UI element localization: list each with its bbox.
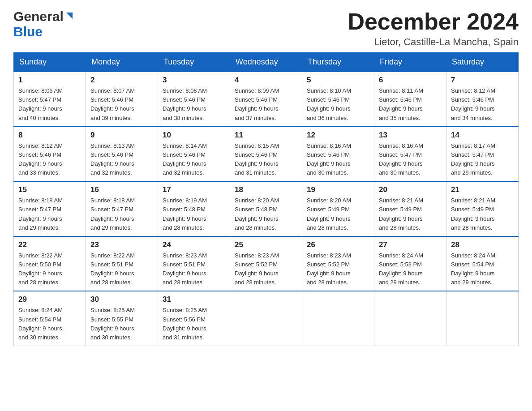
logo-blue-text: Blue bbox=[13, 24, 43, 39]
weekday-header-tuesday: Tuesday bbox=[158, 53, 230, 72]
day-info: Sunrise: 8:12 AMSunset: 5:46 PMDaylight:… bbox=[18, 141, 81, 178]
day-cell-20: 20Sunrise: 8:21 AMSunset: 5:49 PMDayligh… bbox=[374, 181, 446, 236]
day-info: Sunrise: 8:08 AMSunset: 5:46 PMDaylight:… bbox=[163, 86, 225, 123]
day-number: 31 bbox=[163, 295, 225, 304]
empty-cell bbox=[374, 291, 446, 346]
day-info: Sunrise: 8:09 AMSunset: 5:46 PMDaylight:… bbox=[235, 86, 297, 123]
day-number: 3 bbox=[163, 76, 225, 85]
day-info: Sunrise: 8:07 AMSunset: 5:46 PMDaylight:… bbox=[90, 86, 153, 123]
day-number: 4 bbox=[235, 76, 297, 85]
day-info: Sunrise: 8:24 AMSunset: 5:53 PMDaylight:… bbox=[379, 251, 442, 287]
empty-cell bbox=[230, 291, 302, 346]
day-info: Sunrise: 8:18 AMSunset: 5:47 PMDaylight:… bbox=[18, 196, 81, 232]
location-text: Lietor, Castille-La Mancha, Spain bbox=[348, 36, 519, 48]
day-number: 9 bbox=[90, 131, 153, 140]
day-number: 22 bbox=[18, 240, 81, 249]
day-cell-29: 29Sunrise: 8:24 AMSunset: 5:54 PMDayligh… bbox=[14, 291, 86, 346]
day-info: Sunrise: 8:15 AMSunset: 5:46 PMDaylight:… bbox=[235, 141, 297, 178]
day-cell-15: 15Sunrise: 8:18 AMSunset: 5:47 PMDayligh… bbox=[14, 181, 86, 236]
month-title: December 2024 bbox=[348, 9, 519, 34]
day-number: 18 bbox=[235, 185, 297, 194]
day-number: 27 bbox=[379, 240, 442, 249]
day-cell-26: 26Sunrise: 8:23 AMSunset: 5:52 PMDayligh… bbox=[302, 236, 374, 291]
day-number: 10 bbox=[163, 131, 225, 140]
day-number: 25 bbox=[235, 240, 297, 249]
day-number: 24 bbox=[163, 240, 225, 249]
day-info: Sunrise: 8:23 AMSunset: 5:52 PMDaylight:… bbox=[235, 251, 297, 287]
week-row-2: 8Sunrise: 8:12 AMSunset: 5:46 PMDaylight… bbox=[14, 127, 519, 182]
day-number: 17 bbox=[163, 185, 225, 194]
day-cell-7: 7Sunrise: 8:12 AMSunset: 5:46 PMDaylight… bbox=[446, 72, 519, 127]
day-cell-5: 5Sunrise: 8:10 AMSunset: 5:46 PMDaylight… bbox=[302, 72, 374, 127]
day-cell-10: 10Sunrise: 8:14 AMSunset: 5:46 PMDayligh… bbox=[158, 127, 230, 182]
day-info: Sunrise: 8:23 AMSunset: 5:52 PMDaylight:… bbox=[307, 251, 369, 287]
day-cell-13: 13Sunrise: 8:16 AMSunset: 5:47 PMDayligh… bbox=[374, 127, 446, 182]
day-number: 8 bbox=[18, 131, 81, 140]
day-number: 11 bbox=[235, 131, 297, 140]
day-info: Sunrise: 8:21 AMSunset: 5:49 PMDaylight:… bbox=[379, 196, 442, 232]
day-cell-1: 1Sunrise: 8:06 AMSunset: 5:47 PMDaylight… bbox=[14, 72, 86, 127]
day-info: Sunrise: 8:06 AMSunset: 5:47 PMDaylight:… bbox=[18, 86, 81, 123]
day-cell-19: 19Sunrise: 8:20 AMSunset: 5:49 PMDayligh… bbox=[302, 181, 374, 236]
day-number: 6 bbox=[379, 76, 442, 85]
day-number: 13 bbox=[379, 131, 442, 140]
day-info: Sunrise: 8:25 AMSunset: 5:56 PMDaylight:… bbox=[163, 306, 225, 342]
day-info: Sunrise: 8:23 AMSunset: 5:51 PMDaylight:… bbox=[163, 251, 225, 287]
day-cell-12: 12Sunrise: 8:16 AMSunset: 5:46 PMDayligh… bbox=[302, 127, 374, 182]
day-info: Sunrise: 8:12 AMSunset: 5:46 PMDaylight:… bbox=[451, 86, 514, 123]
day-cell-14: 14Sunrise: 8:17 AMSunset: 5:47 PMDayligh… bbox=[446, 127, 519, 182]
day-cell-28: 28Sunrise: 8:24 AMSunset: 5:54 PMDayligh… bbox=[446, 236, 519, 291]
day-cell-18: 18Sunrise: 8:20 AMSunset: 5:48 PMDayligh… bbox=[230, 181, 302, 236]
day-cell-27: 27Sunrise: 8:24 AMSunset: 5:53 PMDayligh… bbox=[374, 236, 446, 291]
day-number: 5 bbox=[307, 76, 369, 85]
day-cell-22: 22Sunrise: 8:22 AMSunset: 5:50 PMDayligh… bbox=[14, 236, 86, 291]
day-info: Sunrise: 8:25 AMSunset: 5:55 PMDaylight:… bbox=[90, 306, 153, 342]
day-number: 1 bbox=[18, 76, 81, 85]
day-info: Sunrise: 8:14 AMSunset: 5:46 PMDaylight:… bbox=[163, 141, 225, 178]
day-cell-24: 24Sunrise: 8:23 AMSunset: 5:51 PMDayligh… bbox=[158, 236, 230, 291]
weekday-header-wednesday: Wednesday bbox=[230, 53, 302, 72]
day-cell-4: 4Sunrise: 8:09 AMSunset: 5:46 PMDaylight… bbox=[230, 72, 302, 127]
day-info: Sunrise: 8:22 AMSunset: 5:51 PMDaylight:… bbox=[90, 251, 153, 287]
day-info: Sunrise: 8:10 AMSunset: 5:46 PMDaylight:… bbox=[307, 86, 369, 123]
logo-general-text: General bbox=[13, 9, 64, 24]
calendar-table: SundayMondayTuesdayWednesdayThursdayFrid… bbox=[13, 52, 519, 346]
day-info: Sunrise: 8:24 AMSunset: 5:54 PMDaylight:… bbox=[18, 306, 81, 342]
day-cell-17: 17Sunrise: 8:19 AMSunset: 5:48 PMDayligh… bbox=[158, 181, 230, 236]
day-info: Sunrise: 8:22 AMSunset: 5:50 PMDaylight:… bbox=[18, 251, 81, 287]
day-number: 30 bbox=[90, 295, 153, 304]
empty-cell bbox=[302, 291, 374, 346]
day-cell-25: 25Sunrise: 8:23 AMSunset: 5:52 PMDayligh… bbox=[230, 236, 302, 291]
weekday-header-friday: Friday bbox=[374, 53, 446, 72]
day-number: 21 bbox=[451, 185, 514, 194]
svg-marker-0 bbox=[66, 13, 73, 19]
day-cell-3: 3Sunrise: 8:08 AMSunset: 5:46 PMDaylight… bbox=[158, 72, 230, 127]
day-number: 16 bbox=[90, 185, 153, 194]
weekday-header-row: SundayMondayTuesdayWednesdayThursdayFrid… bbox=[14, 53, 519, 72]
day-info: Sunrise: 8:20 AMSunset: 5:49 PMDaylight:… bbox=[307, 196, 369, 232]
day-info: Sunrise: 8:19 AMSunset: 5:48 PMDaylight:… bbox=[163, 196, 225, 232]
weekday-header-saturday: Saturday bbox=[446, 53, 519, 72]
week-row-4: 22Sunrise: 8:22 AMSunset: 5:50 PMDayligh… bbox=[14, 236, 519, 291]
day-number: 26 bbox=[307, 240, 369, 249]
week-row-3: 15Sunrise: 8:18 AMSunset: 5:47 PMDayligh… bbox=[14, 181, 519, 236]
day-info: Sunrise: 8:18 AMSunset: 5:47 PMDaylight:… bbox=[90, 196, 153, 232]
week-row-1: 1Sunrise: 8:06 AMSunset: 5:47 PMDaylight… bbox=[14, 72, 519, 127]
day-number: 15 bbox=[18, 185, 81, 194]
day-info: Sunrise: 8:24 AMSunset: 5:54 PMDaylight:… bbox=[451, 251, 514, 287]
week-row-5: 29Sunrise: 8:24 AMSunset: 5:54 PMDayligh… bbox=[14, 291, 519, 346]
logo-arrow-icon bbox=[64, 11, 74, 22]
logo: General Blue bbox=[13, 9, 74, 39]
day-cell-6: 6Sunrise: 8:11 AMSunset: 5:46 PMDaylight… bbox=[374, 72, 446, 127]
day-cell-31: 31Sunrise: 8:25 AMSunset: 5:56 PMDayligh… bbox=[158, 291, 230, 346]
day-cell-9: 9Sunrise: 8:13 AMSunset: 5:46 PMDaylight… bbox=[86, 127, 158, 182]
day-info: Sunrise: 8:20 AMSunset: 5:48 PMDaylight:… bbox=[235, 196, 297, 232]
day-info: Sunrise: 8:21 AMSunset: 5:49 PMDaylight:… bbox=[451, 196, 514, 232]
empty-cell bbox=[446, 291, 519, 346]
day-info: Sunrise: 8:17 AMSunset: 5:47 PMDaylight:… bbox=[451, 141, 514, 178]
day-cell-23: 23Sunrise: 8:22 AMSunset: 5:51 PMDayligh… bbox=[86, 236, 158, 291]
day-info: Sunrise: 8:16 AMSunset: 5:46 PMDaylight:… bbox=[307, 141, 369, 178]
day-cell-8: 8Sunrise: 8:12 AMSunset: 5:46 PMDaylight… bbox=[14, 127, 86, 182]
day-number: 20 bbox=[379, 185, 442, 194]
day-number: 28 bbox=[451, 240, 514, 249]
